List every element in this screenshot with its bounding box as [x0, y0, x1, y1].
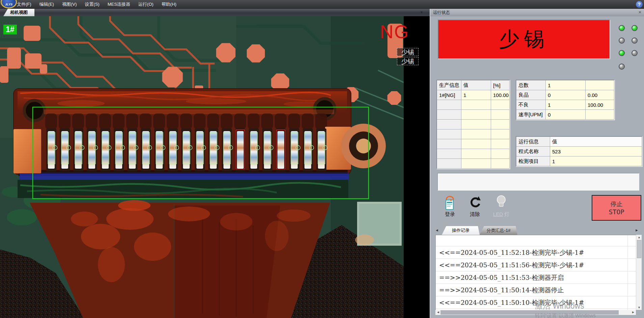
list-item: [436, 235, 636, 246]
log-tab-bar: ◄ 操作记录 分类汇总-1# ►: [430, 226, 644, 235]
runinfo-items-label: 检测项目: [516, 156, 550, 166]
menu-item-run[interactable]: 运行(O): [138, 1, 154, 7]
help-icon[interactable]: ?: [636, 1, 643, 8]
list-item[interactable]: ==>>2024-05-05_11:50:14-检测器停止: [436, 284, 636, 296]
indicator-led-gray: [619, 38, 625, 44]
windows-activation-watermark: 激活 Windows: [535, 301, 584, 311]
tab-scroll-right-icon[interactable]: ►: [635, 228, 639, 232]
camera-view-pane: 1# NG 少锡 少锡: [0, 16, 430, 318]
production-header-pct: [%]: [491, 80, 510, 90]
scroll-left-icon[interactable]: ◄: [436, 310, 440, 314]
camera-id-badge: 1#: [3, 25, 17, 34]
close-icon[interactable]: ×: [637, 9, 643, 15]
runinfo-items-value: 1: [550, 156, 642, 166]
led-button-label: LED 灯: [490, 211, 512, 218]
stats-table: 总数 1 良品 0 0.00 不良 1 100.00 速率[UPM] 0: [516, 80, 615, 120]
list-item[interactable]: <<==2024-05-05_11:52:18-检测完毕-少锡-1#: [436, 246, 636, 259]
production-header-name: 生产信息: [437, 80, 461, 90]
stats-rate-label: 速率[UPM]: [516, 110, 546, 120]
tab-operation-log[interactable]: 操作记录: [442, 226, 480, 235]
table-row: 1#[NG] 1 100.00: [437, 90, 510, 100]
message-box[interactable]: [437, 173, 639, 191]
table-row: 速率[UPM] 0: [516, 110, 614, 120]
stats-good-pct: 0.00: [586, 90, 614, 100]
menu-item-mes[interactable]: MES连接器: [108, 1, 130, 7]
login-button[interactable]: 登录: [439, 195, 461, 218]
stats-rate-value: 0: [546, 110, 586, 120]
chevron-down-icon[interactable]: ▼: [420, 10, 423, 14]
production-row-name: 1#[NG]: [437, 90, 461, 100]
result-banner-text: 少锡: [499, 26, 549, 53]
stats-total-pct: [586, 80, 614, 90]
production-row-value: 1: [461, 90, 491, 100]
stats-total-value: 1: [546, 80, 586, 90]
app-window: 文件(F) 编辑(E) 视图(V) 设置(S) MES连接器 运行(O) 帮助(…: [0, 0, 644, 318]
panel-title-bar: 运行状态 ×: [430, 9, 644, 16]
stop-button-label-en: STOP: [609, 208, 624, 216]
id-badge-icon: [443, 195, 457, 210]
login-button-label: 登录: [439, 211, 461, 218]
run-info-table: 运行信息 值 程式名称 523 检测项目 1: [516, 136, 642, 167]
menu-item-settings[interactable]: 设置(S): [85, 1, 99, 7]
runinfo-header-label: 运行信息: [516, 137, 550, 147]
scroll-down-icon[interactable]: ▼: [636, 306, 642, 309]
list-item[interactable]: <<==2024-05-05_11:51:56-检测完毕-少锡-1#: [436, 259, 636, 271]
defect-label: 少锡: [397, 48, 419, 56]
table-row: 检测项目 1: [516, 156, 642, 166]
defect-label: 少锡: [397, 57, 419, 65]
tab-camera-view[interactable]: 相机视图: [3, 9, 34, 16]
indicator-led-gray: [619, 64, 625, 70]
tab-classification-summary[interactable]: 分类汇总-1#: [480, 226, 517, 235]
production-table: 生产信息 值 [%] 1#[NG] 1 100.00: [436, 80, 510, 169]
stats-good-label: 良品: [516, 90, 546, 100]
stats-good-value: 0: [546, 90, 586, 100]
stop-button[interactable]: 停止 STOP: [592, 195, 641, 221]
indicator-led-gray: [632, 38, 638, 44]
pcb-photo: [0, 16, 404, 318]
inspection-result-text: NG: [380, 21, 409, 43]
stop-button-label-cn: 停止: [611, 200, 623, 208]
refresh-icon: [468, 195, 481, 210]
runinfo-header-value: 值: [550, 137, 642, 147]
light-bulb-icon: [495, 195, 507, 210]
windows-activation-watermark-sub: 转到“设置”以激活 Windows: [535, 313, 596, 318]
production-row-pct: 100.00: [491, 90, 510, 100]
indicator-led-green: [619, 50, 625, 56]
menu-bar: 文件(F) 编辑(E) 视图(V) 设置(S) MES连接器 运行(O) 帮助(…: [0, 0, 644, 9]
run-status-panel: 运行状态 × 少锡 生产信息 值 [%] 1#[NG] 1 100.00: [430, 9, 644, 318]
list-item[interactable]: ==>>2024-05-05_11:51:53-检测器开启: [436, 271, 636, 284]
production-header-value: 值: [461, 80, 491, 90]
scroll-up-icon[interactable]: ▲: [636, 236, 642, 239]
clear-button[interactable]: 清除: [464, 195, 486, 218]
table-row: 不良 1 100.00: [516, 100, 614, 110]
result-banner: 少锡: [438, 20, 610, 59]
panel-title: 运行状态: [433, 10, 450, 16]
clear-button-label: 清除: [464, 211, 486, 218]
stats-rate-pct: [586, 110, 614, 120]
table-row: 总数 1: [516, 80, 614, 90]
scrollbar-thumb[interactable]: [637, 240, 641, 258]
led-light-button[interactable]: LED 灯: [490, 195, 512, 218]
table-row: 程式名称 523: [516, 147, 642, 156]
menu-item-view[interactable]: 视图(V): [62, 1, 77, 7]
table-row: 良品 0 0.00: [516, 90, 614, 100]
stats-ng-value: 1: [546, 100, 586, 110]
menu-items: 文件(F) 编辑(E) 视图(V) 设置(S) MES连接器 运行(O) 帮助(…: [17, 0, 177, 9]
stats-total-label: 总数: [516, 80, 546, 90]
tab-scroll-left-icon[interactable]: ◄: [435, 228, 439, 232]
runinfo-program-label: 程式名称: [516, 147, 550, 156]
menu-item-file[interactable]: 文件(F): [17, 1, 31, 7]
runinfo-program-value: 523: [550, 147, 642, 156]
operation-log-list[interactable]: <<==2024-05-05_11:52:18-检测完毕-少锡-1# <<==2…: [435, 235, 636, 310]
list-column-divider: [627, 235, 628, 310]
menu-item-edit[interactable]: 编辑(E): [39, 1, 54, 7]
indicator-led-green: [632, 25, 638, 31]
scroll-right-icon[interactable]: ►: [632, 310, 635, 314]
camera-tab-strip: 相机视图 ▼: [0, 9, 430, 16]
stats-ng-pct: 100.00: [586, 100, 614, 110]
indicator-led-gray: [632, 50, 638, 56]
menu-item-help[interactable]: 帮助(H): [162, 1, 177, 7]
vertical-scrollbar[interactable]: ▲ ▼: [636, 235, 642, 310]
indicator-led-green: [619, 25, 625, 31]
stats-ng-label: 不良: [516, 100, 546, 110]
